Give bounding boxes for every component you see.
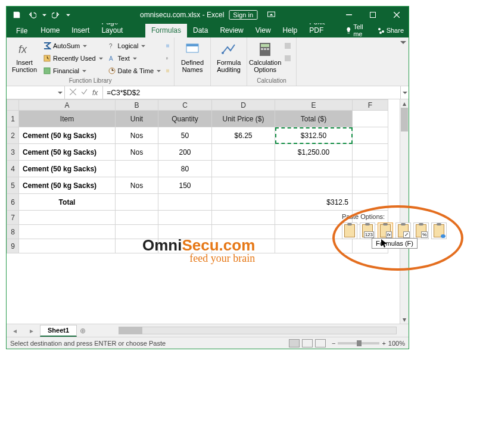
sheet-nav-left[interactable]: ◂ bbox=[7, 324, 23, 337]
tab-view[interactable]: View bbox=[250, 24, 277, 37]
recently-used-button[interactable]: Recently Used bbox=[41, 52, 105, 64]
calc-sheet-button[interactable] bbox=[282, 52, 294, 64]
cell-C4[interactable]: 80 bbox=[158, 161, 212, 177]
enter-formula-icon[interactable] bbox=[81, 89, 88, 97]
cell-A7[interactable] bbox=[19, 211, 116, 225]
cell-E4[interactable] bbox=[275, 161, 353, 177]
cell-B6[interactable] bbox=[116, 194, 158, 211]
cell-D2[interactable]: $6.25 bbox=[212, 127, 275, 144]
sheet-tab-sheet1[interactable]: Sheet1 bbox=[40, 325, 77, 337]
grid[interactable]: A B C D E F 1 Item Unit Quantity Unit Pr… bbox=[7, 99, 409, 324]
insert-function-button[interactable]: fx Insert Function bbox=[9, 40, 40, 77]
cell-B1[interactable]: Unit bbox=[116, 111, 158, 127]
scroll-down-icon[interactable]: ▾ bbox=[400, 315, 409, 324]
minimize-button[interactable] bbox=[337, 7, 361, 23]
cell-E3[interactable]: $1,250.00 bbox=[275, 144, 353, 161]
cell-A9[interactable] bbox=[19, 239, 116, 253]
tab-help[interactable]: Help bbox=[277, 24, 304, 37]
page-layout-view-icon[interactable] bbox=[302, 339, 313, 347]
tab-data[interactable]: Data bbox=[187, 24, 214, 37]
col-F[interactable]: F bbox=[353, 100, 388, 111]
row-4[interactable]: 4 bbox=[7, 161, 19, 177]
vertical-scrollbar[interactable]: ▴ ▾ bbox=[400, 99, 409, 324]
defined-names-button[interactable]: Defined Names bbox=[177, 40, 208, 77]
col-A[interactable]: A bbox=[19, 100, 116, 111]
ribbon-display-icon[interactable] bbox=[267, 11, 275, 19]
select-all-corner[interactable] bbox=[7, 100, 19, 111]
cell-C5[interactable]: 150 bbox=[158, 177, 212, 194]
text-button[interactable]: AText bbox=[106, 52, 163, 64]
cell-F2[interactable] bbox=[353, 127, 388, 144]
undo-dropdown[interactable] bbox=[41, 13, 47, 17]
zoom-level[interactable]: 100% bbox=[388, 340, 405, 347]
cell-A3[interactable]: Cement (50 kg Sacks) bbox=[19, 144, 116, 161]
cell-A8[interactable] bbox=[19, 225, 116, 239]
paste-link-option[interactable] bbox=[431, 223, 447, 239]
more-fn-button[interactable] bbox=[164, 65, 172, 77]
tab-review[interactable]: Review bbox=[214, 24, 249, 37]
redo-icon[interactable] bbox=[49, 8, 63, 21]
cell-F6[interactable] bbox=[353, 194, 388, 211]
zoom-slider[interactable] bbox=[338, 342, 379, 344]
horizontal-scrollbar[interactable] bbox=[119, 324, 409, 337]
maximize-button[interactable] bbox=[361, 7, 385, 23]
zoom-in-button[interactable]: + bbox=[382, 340, 385, 347]
vscroll-thumb[interactable] bbox=[401, 108, 408, 131]
name-box[interactable] bbox=[7, 86, 65, 99]
row-9[interactable]: 9 bbox=[7, 239, 19, 253]
cell-D6[interactable] bbox=[212, 194, 275, 211]
sign-in-button[interactable]: Sign in bbox=[229, 10, 257, 20]
col-C[interactable]: C bbox=[158, 100, 212, 111]
collapse-ribbon-icon[interactable] bbox=[398, 37, 409, 86]
cancel-formula-icon[interactable] bbox=[70, 89, 76, 97]
cell-B5[interactable]: Nos bbox=[116, 177, 158, 194]
autosum-button[interactable]: AutoSum bbox=[41, 40, 105, 52]
expand-formula-bar-icon[interactable] bbox=[400, 86, 409, 99]
tab-home[interactable]: Home bbox=[35, 24, 66, 37]
zoom-out-button[interactable]: − bbox=[332, 340, 335, 347]
cell-A1[interactable]: Item bbox=[19, 111, 116, 127]
cell-E5[interactable] bbox=[275, 177, 353, 194]
share-button[interactable]: Share bbox=[378, 27, 404, 34]
row-2[interactable]: 2 bbox=[7, 127, 19, 144]
row-3[interactable]: 3 bbox=[7, 144, 19, 161]
cell-B3[interactable]: Nos bbox=[116, 144, 158, 161]
insert-function-icon[interactable]: fx bbox=[92, 89, 98, 97]
col-B[interactable]: B bbox=[116, 100, 158, 111]
cell-F1[interactable] bbox=[353, 111, 388, 127]
cell-F5[interactable] bbox=[353, 177, 388, 194]
cell-D4[interactable] bbox=[212, 161, 275, 177]
new-sheet-button[interactable]: ⊕ bbox=[77, 324, 89, 337]
page-break-view-icon[interactable] bbox=[315, 339, 326, 347]
name-box-input[interactable] bbox=[11, 89, 62, 97]
row-6[interactable]: 6 bbox=[7, 194, 19, 211]
cell-B4[interactable] bbox=[116, 161, 158, 177]
undo-icon[interactable] bbox=[26, 8, 39, 21]
cell-F4[interactable] bbox=[353, 161, 388, 177]
cell-C1[interactable]: Quantity bbox=[158, 111, 212, 127]
cell-C6[interactable] bbox=[158, 194, 212, 211]
normal-view-icon[interactable] bbox=[289, 339, 300, 347]
cell-A6[interactable]: Total bbox=[19, 194, 116, 211]
cell-E1[interactable]: Total ($) bbox=[275, 111, 353, 127]
row-8[interactable]: 8 bbox=[7, 225, 19, 239]
save-icon[interactable] bbox=[10, 8, 23, 21]
cell-C2[interactable]: 50 bbox=[158, 127, 212, 144]
date-time-button[interactable]: Date & Time bbox=[106, 65, 163, 77]
cell-D3[interactable] bbox=[212, 144, 275, 161]
formula-auditing-button[interactable]: Formula Auditing bbox=[213, 40, 244, 77]
tab-insert[interactable]: Insert bbox=[66, 24, 95, 37]
cell-A4[interactable]: Cement (50 kg Sacks) bbox=[19, 161, 116, 177]
cell-B2[interactable]: Nos bbox=[116, 127, 158, 144]
scroll-up-icon[interactable]: ▴ bbox=[400, 99, 409, 108]
financial-button[interactable]: Financial bbox=[41, 65, 105, 77]
paste-formatting-option[interactable]: % bbox=[413, 223, 429, 239]
cell-F3[interactable] bbox=[353, 144, 388, 161]
cell-A5[interactable]: Cement (50 kg Sacks) bbox=[19, 177, 116, 194]
close-button[interactable] bbox=[385, 7, 409, 23]
qat-customize[interactable] bbox=[65, 13, 71, 17]
calculation-options-button[interactable]: Calculation Options bbox=[250, 40, 281, 77]
lookup-button[interactable] bbox=[164, 40, 172, 52]
row-7[interactable]: 7 bbox=[7, 211, 19, 225]
col-D[interactable]: D bbox=[212, 100, 275, 111]
